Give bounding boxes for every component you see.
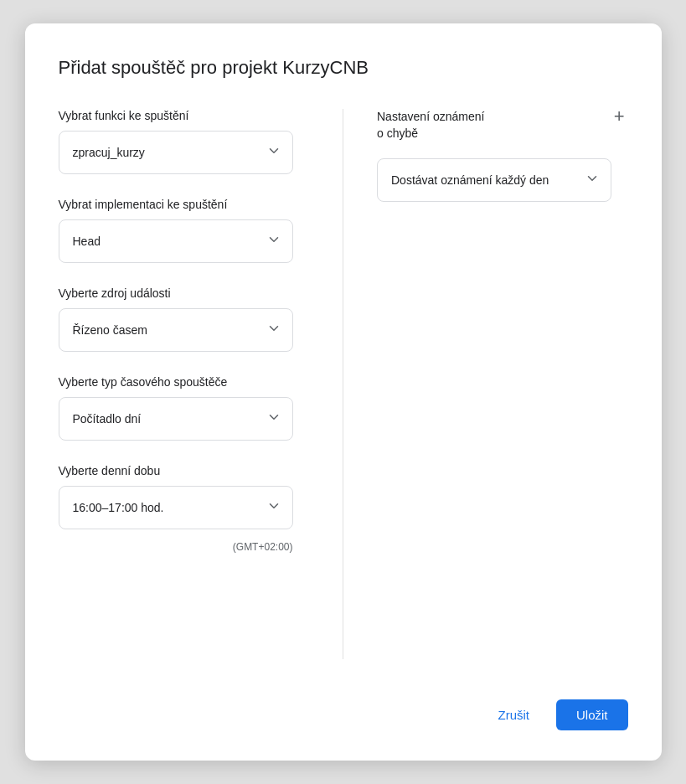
right-column: Nastavení oznámení o chybě + Dostávat oz… bbox=[343, 109, 628, 659]
add-notification-button[interactable]: + bbox=[611, 107, 628, 126]
field-group-trigger-type: Vyberte typ časového spouštěče Počítadlo… bbox=[59, 375, 310, 441]
field-label-function: Vybrat funkci ke spuštění bbox=[59, 109, 310, 122]
save-button[interactable]: Uložit bbox=[556, 699, 628, 730]
select-implementation[interactable]: Head bbox=[59, 219, 293, 263]
field-group-time-of-day: Vyberte denní dobu 16:00–17:00 hod. (GMT… bbox=[59, 464, 310, 553]
select-event-source[interactable]: Řízeno časem bbox=[59, 308, 293, 352]
field-label-time-of-day: Vyberte denní dobu bbox=[59, 464, 310, 477]
left-column: Vybrat funkci ke spuštění zpracuj_kurzy … bbox=[59, 109, 344, 659]
select-wrapper-trigger-type: Počítadlo dní bbox=[59, 397, 293, 441]
dialog-title: Přidat spouštěč pro projekt KurzyCNB bbox=[59, 57, 628, 79]
field-group-event-source: Vyberte zdroj události Řízeno časem bbox=[59, 286, 310, 352]
dialog-footer: Zrušit Uložit bbox=[59, 686, 628, 730]
select-wrapper-notification-frequency: Dostávat oznámení každý den bbox=[377, 158, 611, 202]
field-group-notification-frequency: Dostávat oznámení každý den bbox=[377, 158, 628, 202]
dialog-body: Vybrat funkci ke spuštění zpracuj_kurzy … bbox=[59, 109, 628, 659]
dialog: Přidat spouštěč pro projekt KurzyCNB Vyb… bbox=[25, 23, 662, 761]
select-trigger-type[interactable]: Počítadlo dní bbox=[59, 397, 293, 441]
field-group-function: Vybrat funkci ke spuštění zpracuj_kurzy bbox=[59, 109, 310, 174]
select-wrapper-time-of-day: 16:00–17:00 hod. bbox=[59, 486, 293, 529]
select-function[interactable]: zpracuj_kurzy bbox=[59, 131, 293, 174]
select-wrapper-implementation: Head bbox=[59, 219, 293, 263]
select-time-of-day[interactable]: 16:00–17:00 hod. bbox=[59, 486, 293, 529]
field-label-event-source: Vyberte zdroj události bbox=[59, 286, 310, 300]
field-label-implementation: Vybrat implementaci ke spuštění bbox=[59, 198, 310, 211]
timezone-hint: (GMT+02:00) bbox=[59, 541, 293, 553]
select-notification-frequency[interactable]: Dostávat oznámení každý den bbox=[377, 158, 611, 202]
field-group-implementation: Vybrat implementaci ke spuštění Head bbox=[59, 198, 310, 263]
notification-header: Nastavení oznámení o chybě + bbox=[377, 109, 628, 142]
select-wrapper-function: zpracuj_kurzy bbox=[59, 131, 293, 174]
cancel-button[interactable]: Zrušit bbox=[484, 699, 543, 730]
select-wrapper-event-source: Řízeno časem bbox=[59, 308, 293, 352]
field-label-trigger-type: Vyberte typ časového spouštěče bbox=[59, 375, 310, 389]
notification-title: Nastavení oznámení o chybě bbox=[377, 109, 484, 142]
